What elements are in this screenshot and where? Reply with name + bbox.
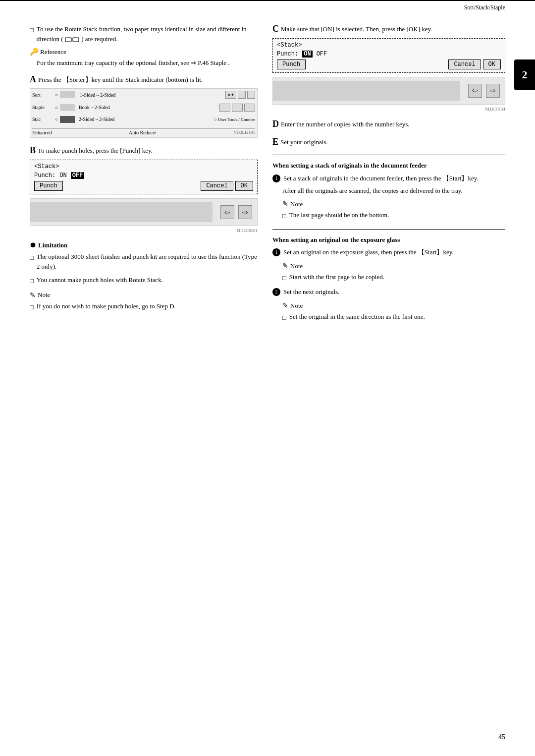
reference-icon: 🔑 (30, 48, 38, 56)
bullet-rotate-stack: □ To use the Rotate Stack function, two … (30, 24, 258, 44)
ui-c-stack-title: <Stack> (277, 42, 501, 49)
circle-bullet-glass-2: 2 (272, 288, 280, 296)
step-d-header: D Enter the number of copies with the nu… (272, 119, 505, 129)
stack-icon-active (60, 116, 75, 123)
note-1-item-1: □ The last page should be on the bottom. (282, 210, 505, 221)
ui-b-ok-btn[interactable]: OK (235, 181, 253, 191)
step-b: B To make punch holes, press the [Punch]… (30, 146, 258, 233)
limitation-title: ✸ Limitation (30, 241, 258, 250)
page-header: Sort/Stack/Staple (0, 0, 535, 14)
rotate-stack-text: To use the Rotate Stack function, two pa… (37, 24, 258, 44)
ui-b-punch-row: Punch: ON OFF (34, 172, 253, 179)
sort-icons: ○ 1-Sided→2-Sided (55, 91, 115, 98)
ui-b-cancel-btn[interactable]: Cancel (201, 181, 233, 191)
note-2-item-1: □ Start with the first page to be copied… (282, 272, 505, 283)
nd2c0154-label: ND2C0154 (272, 107, 505, 112)
circle-bullet-glass-1: 1 (272, 248, 280, 256)
after-scan-text: After all the originals are scanned, the… (272, 187, 505, 195)
ui-c-ok-btn[interactable]: OK (483, 59, 501, 69)
screen-mockup-c: ⇦ ⇨ (272, 77, 505, 105)
ui-c-buttons: Punch Cancel OK (277, 59, 501, 69)
reference-block: 🔑 Reference For the maximum tray capacit… (30, 48, 258, 68)
note-2-title: ✎ Note (282, 262, 505, 270)
step-e: E Set your originals. (272, 137, 505, 147)
copier-bottom-row: Enhanced Auto Reduce/ ND2LI2191 (32, 128, 255, 135)
step-c-header: C Make sure that [ON] is selected. Then,… (272, 24, 505, 34)
copier-panel-a: Sort ○ 1-Sided→2-Sided ⇔✦ S (30, 88, 258, 138)
sort-label: Sort (32, 92, 52, 98)
left-arrow-btn-b[interactable]: ⇦ (220, 205, 234, 219)
note-icon-1: ✎ (282, 200, 288, 208)
when-stack-section: When setting a stack of originals in the… (272, 161, 505, 221)
ui-b-buttons: Punch Cancel OK (34, 181, 253, 191)
sub-step-glass-1: 1 Set an original on the exposure glass,… (272, 247, 505, 257)
screen-area-b (30, 202, 213, 222)
step-a-header: A Press the 【Sorter】key until the Stack … (30, 75, 258, 85)
sort-icon-1 (60, 91, 75, 98)
sort-right-icons: ⇔✦ (225, 91, 255, 99)
ui-b-stack-title: <Stack> (34, 163, 253, 170)
bullet-icon: □ (30, 25, 34, 44)
right-arrow-btn-b[interactable]: ⇨ (238, 205, 252, 219)
svg-rect-0 (65, 38, 71, 42)
divider-1 (272, 155, 505, 155)
when-stack-header: When setting a stack of originals in the… (272, 161, 505, 170)
step-c: C Make sure that [ON] is selected. Then,… (272, 24, 505, 112)
divider-2 (272, 229, 505, 230)
tray-direction-icon (65, 36, 80, 44)
ui-panel-c: <Stack> Punch: ON OFF Punch Cancel OK (272, 38, 505, 73)
note-b-item-1: □ If you do not wish to make punch holes… (30, 301, 258, 312)
sub-step-stack-1: 1 Set a stack of originals in the docume… (272, 174, 505, 183)
right-arrow-btn-c[interactable]: ⇨ (486, 84, 500, 98)
reference-content: For the maximum tray capacity of the opt… (30, 58, 258, 68)
copier-row-staple: Staple ○ Book→2-Sided (32, 104, 255, 112)
ui-b-punch-btn[interactable]: Punch (34, 181, 63, 191)
ui-c-punch-row: Punch: ON OFF (277, 51, 501, 58)
main-content: □ To use the Rotate Stack function, two … (0, 14, 535, 346)
when-glass-section: When setting an original on the exposure… (272, 235, 505, 323)
when-glass-header: When setting an original on the exposure… (272, 235, 505, 244)
page-number: 45 (498, 733, 505, 741)
note-icon-b: ✎ (30, 291, 36, 299)
left-column: □ To use the Rotate Stack function, two … (30, 24, 258, 331)
nd2c0161-label: ND2C0161 (30, 228, 258, 233)
note-b-title: ✎ Note (30, 291, 258, 299)
note-3-item-1: □ Set the original in the same direction… (282, 312, 505, 323)
header-title: Sort/Stack/Staple (464, 4, 505, 11)
step-d: D Enter the number of copies with the nu… (272, 119, 505, 129)
limitation-item-1: □ The optional 3000-sheet finisher and p… (30, 252, 258, 271)
limitation-item-2: □ You cannot make punch holes with Rotat… (30, 275, 258, 286)
ui-panel-b: <Stack> Punch: ON OFF Punch Cancel OK (30, 160, 258, 194)
svg-rect-1 (73, 38, 79, 42)
sub-step-glass-2: 2 Set the next originals. (272, 287, 505, 297)
ui-c-cancel-btn[interactable]: Cancel (448, 59, 481, 69)
note-3-block: ✎ Note □ Set the original in the same di… (272, 301, 505, 323)
screen-mockup-b: ⇦ ⇨ (30, 198, 258, 226)
copier-row-sort: Sort ○ 1-Sided→2-Sided ⇔✦ (32, 91, 255, 99)
right-column: C Make sure that [ON] is selected. Then,… (272, 24, 505, 331)
note-2-block: ✎ Note □ Start with the first page to be… (272, 262, 505, 283)
page-container: Sort/Stack/Staple 2 □ To use the Rotate … (0, 0, 535, 756)
screen-area-c (273, 81, 460, 101)
staple-icon (60, 104, 75, 111)
ui-c-punch-btn[interactable]: Punch (277, 59, 306, 69)
circle-bullet-1: 1 (272, 174, 280, 182)
note-icon-3: ✎ (282, 301, 288, 310)
copier-row-stac: Stac ○ 2-Sided→2-Sided ○ User Tools / Co… (32, 116, 255, 123)
left-arrow-btn-c[interactable]: ⇦ (468, 84, 482, 98)
note-1-title: ✎ Note (282, 200, 505, 208)
limitation-block: ✸ Limitation □ The optional 3000-sheet f… (30, 241, 258, 286)
note-b-block: ✎ Note □ If you do not wish to make punc… (30, 291, 258, 312)
step-e-header: E Set your originals. (272, 137, 505, 147)
note-icon-2: ✎ (282, 262, 288, 270)
note-1-block: ✎ Note □ The last page should be on the … (272, 200, 505, 221)
step-a: A Press the 【Sorter】key until the Stack … (30, 75, 258, 138)
warning-icon: ✸ (30, 241, 36, 250)
chapter-tab: 2 (514, 59, 535, 90)
reference-title: 🔑 Reference (30, 48, 258, 56)
note-3-title: ✎ Note (282, 301, 505, 310)
step-b-header: B To make punch holes, press the [Punch]… (30, 146, 258, 156)
